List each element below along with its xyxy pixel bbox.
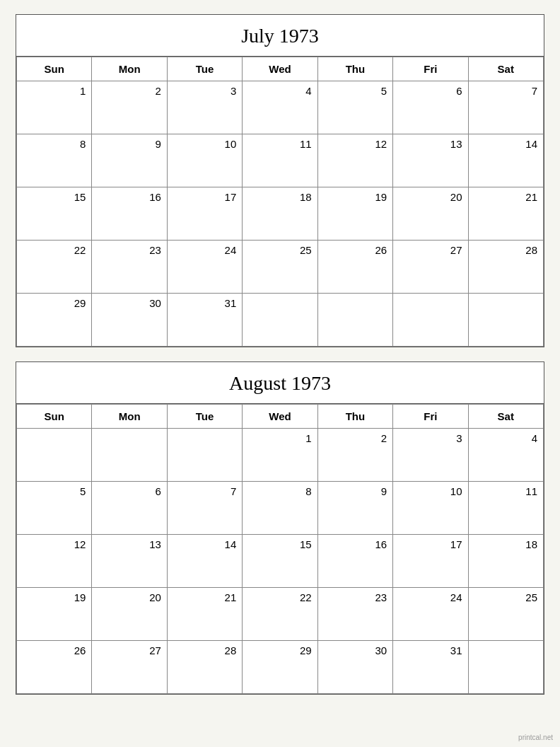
table-row: 22232425262728 (17, 241, 544, 294)
day-cell: 12 (317, 134, 392, 187)
header-sat: Sat (468, 405, 543, 429)
day-cell: 19 (17, 588, 92, 641)
day-cell: 31 (393, 641, 468, 694)
table-row: 1234 (17, 429, 544, 482)
day-cell: 2 (317, 429, 392, 482)
day-cell (317, 294, 392, 347)
august-calendar: August 1973 Sun Mon Tue Wed Thu Fri Sat … (16, 361, 544, 695)
day-cell: 27 (92, 641, 167, 694)
day-cell: 13 (92, 535, 167, 588)
day-cell: 18 (243, 187, 317, 241)
day-cell: 22 (17, 241, 92, 294)
july-calendar: July 1973 Sun Mon Tue Wed Thu Fri Sat 12… (16, 14, 544, 347)
table-row: 891011121314 (17, 134, 544, 187)
day-cell: 12 (17, 535, 92, 588)
day-cell: 20 (393, 187, 468, 241)
day-cell: 2 (92, 81, 167, 134)
day-cell (393, 294, 468, 347)
day-cell: 30 (317, 641, 392, 694)
day-cell: 20 (92, 588, 167, 641)
header-sun: Sun (17, 57, 92, 81)
day-cell: 5 (317, 81, 392, 134)
day-cell: 14 (468, 134, 543, 187)
header-fri: Fri (393, 57, 468, 81)
day-cell: 9 (92, 134, 167, 187)
day-cell: 11 (243, 134, 317, 187)
day-cell: 4 (243, 81, 317, 134)
day-cell: 16 (92, 187, 167, 241)
day-cell: 8 (17, 134, 92, 187)
day-cell (167, 429, 242, 482)
day-cell: 17 (393, 535, 468, 588)
august-title: August 1973 (16, 362, 544, 404)
table-row: 19202122232425 (17, 588, 544, 641)
day-cell: 13 (393, 134, 468, 187)
august-grid: Sun Mon Tue Wed Thu Fri Sat 123456789101… (16, 404, 544, 694)
day-cell: 7 (167, 482, 242, 535)
day-cell: 15 (243, 535, 317, 588)
day-cell: 26 (17, 641, 92, 694)
july-title: July 1973 (16, 15, 544, 57)
day-cell (468, 641, 543, 694)
day-cell: 6 (393, 81, 468, 134)
table-row: 12131415161718 (17, 535, 544, 588)
day-cell: 4 (468, 429, 543, 482)
header-wed: Wed (243, 405, 317, 429)
day-cell: 9 (317, 482, 392, 535)
header-mon: Mon (92, 57, 167, 81)
july-grid: Sun Mon Tue Wed Thu Fri Sat 123456789101… (16, 57, 544, 347)
day-cell: 29 (17, 294, 92, 347)
day-cell: 24 (167, 241, 242, 294)
table-row: 15161718192021 (17, 187, 544, 241)
day-cell: 5 (17, 482, 92, 535)
day-cell: 15 (17, 187, 92, 241)
day-cell: 19 (317, 187, 392, 241)
day-cell: 22 (243, 588, 317, 641)
table-row: 1234567 (17, 81, 544, 134)
day-cell: 3 (167, 81, 242, 134)
day-cell: 30 (92, 294, 167, 347)
header-tue: Tue (167, 405, 242, 429)
day-cell: 17 (167, 187, 242, 241)
july-body: 1234567891011121314151617181920212223242… (17, 81, 544, 347)
day-cell: 25 (468, 588, 543, 641)
day-cell: 21 (167, 588, 242, 641)
header-thu: Thu (317, 405, 392, 429)
day-cell: 1 (243, 429, 317, 482)
day-cell (468, 294, 543, 347)
day-cell: 21 (468, 187, 543, 241)
day-cell: 23 (317, 588, 392, 641)
day-cell (92, 429, 167, 482)
header-mon: Mon (92, 405, 167, 429)
july-header-row: Sun Mon Tue Wed Thu Fri Sat (17, 57, 544, 81)
day-cell: 31 (167, 294, 242, 347)
header-sun: Sun (17, 405, 92, 429)
watermark: printcal.net (518, 734, 553, 741)
day-cell: 29 (243, 641, 317, 694)
day-cell: 1 (17, 81, 92, 134)
day-cell: 10 (167, 134, 242, 187)
day-cell: 28 (468, 241, 543, 294)
day-cell: 28 (167, 641, 242, 694)
day-cell (17, 429, 92, 482)
day-cell: 18 (468, 535, 543, 588)
table-row: 567891011 (17, 482, 544, 535)
august-body: 1234567891011121314151617181920212223242… (17, 429, 544, 694)
day-cell: 16 (317, 535, 392, 588)
day-cell: 23 (92, 241, 167, 294)
day-cell: 24 (393, 588, 468, 641)
august-header-row: Sun Mon Tue Wed Thu Fri Sat (17, 405, 544, 429)
day-cell: 26 (317, 241, 392, 294)
header-wed: Wed (243, 57, 317, 81)
header-fri: Fri (393, 405, 468, 429)
day-cell: 6 (92, 482, 167, 535)
day-cell: 14 (167, 535, 242, 588)
table-row: 293031 (17, 294, 544, 347)
day-cell: 27 (393, 241, 468, 294)
day-cell: 10 (393, 482, 468, 535)
day-cell (243, 294, 317, 347)
header-tue: Tue (167, 57, 242, 81)
table-row: 262728293031 (17, 641, 544, 694)
day-cell: 8 (243, 482, 317, 535)
header-sat: Sat (468, 57, 543, 81)
